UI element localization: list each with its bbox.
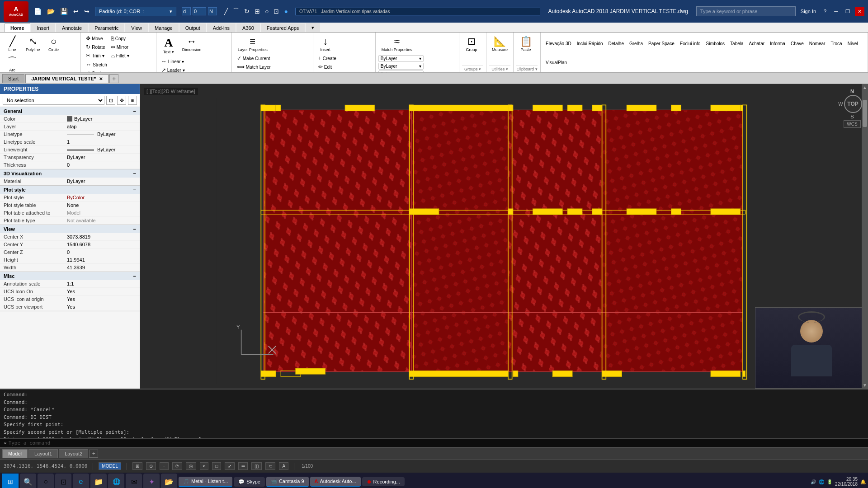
polar-btn[interactable]: ⟳ [172,462,182,470]
taskbar-email[interactable]: ✉ [126,474,142,488]
sign-in-btn[interactable]: Sign In [798,7,819,16]
taskbar-chrome[interactable]: 🌐 [108,474,124,488]
close-btn[interactable]: ✕ [855,7,864,16]
tab-annotate[interactable]: Annotate [56,23,88,32]
layout-tab-layout1[interactable]: Layout1 [28,449,58,458]
bylayer-dropdown-2[interactable]: ByLayer▾ [378,63,424,70]
taskbar-app-recording[interactable]: ⏺ Recording... [362,477,405,486]
nomear-btn[interactable]: Nomear [807,34,828,52]
otrack-btn[interactable]: ≈ [200,462,209,470]
draw-tool-4[interactable]: ⊞ [253,6,262,16]
chave-btn[interactable]: Chave [788,34,806,52]
qa-redo-btn[interactable]: ↪ [82,7,91,16]
simbolos-btn[interactable]: Símbolos [703,34,727,52]
exclui-info-btn[interactable]: Exclui info [678,34,703,52]
drawing-area[interactable]: [-][Top][2D Wireframe] N W TOP E S WCS [140,84,868,389]
block-create-btn[interactable]: + Create [316,54,357,62]
coord-num-input[interactable] [193,7,206,15]
prop-icon-1[interactable]: ⊡ [106,96,115,105]
taskbar-cortana[interactable]: ○ [38,474,54,488]
search-input[interactable] [696,6,796,16]
annot-linear-btn[interactable]: ↔ Linear ▾ [159,57,187,66]
tabela-btn[interactable]: Tabela [728,34,745,52]
qa-open-btn[interactable]: 📂 [45,7,57,16]
bylayer-dropdown-1[interactable]: ByLayer▾ [378,55,424,62]
taskbar-task-view[interactable]: ⊡ [55,474,71,488]
elevacao-3d-btn[interactable]: Elevação 3D [543,34,574,52]
snap-btn[interactable]: ⊙ [146,462,156,470]
ducs-btn[interactable]: □ [212,462,221,470]
new-drawing-tab-btn[interactable]: + [109,74,118,83]
modify-trim-btn[interactable]: ✂ Trim ▾ [84,52,107,60]
profile-dropdown[interactable]: Padrão (d: 0; COR- : ▾ [95,7,176,16]
grelha-btn[interactable]: Grelha [627,34,645,52]
selcycle-btn[interactable]: ⊂ [265,462,275,470]
draw-tool-7[interactable]: ● [282,6,289,16]
prop-icon-3[interactable]: ≡ [128,96,137,105]
taskbar-app-camtasia[interactable]: 📹 Camtasia 9 [266,477,309,487]
prop-icon-2[interactable]: ✥ [117,96,126,105]
taskbar-explorer2[interactable]: 📂 [161,474,177,488]
modify-scale-btn[interactable]: ⤢ Scale [84,69,109,73]
misc-section-header[interactable]: Misc − [0,272,140,280]
grid-btn[interactable]: ⊞ [132,462,142,470]
informa-btn[interactable]: Informa [768,34,788,52]
general-section-header[interactable]: General − [0,107,140,115]
group-btn[interactable]: ⊡ Group [462,34,481,53]
taskbar-search[interactable]: 🔍 [20,474,36,488]
modify-stretch-btn[interactable]: ↔ Stretch [84,61,109,69]
draw-tool-1[interactable]: ╱ [222,6,230,16]
annot-dim-btn[interactable]: ↔ Dimension [179,34,205,53]
layer-make-current-btn[interactable]: ✓ Make Current [235,54,273,62]
modify-fillet-btn[interactable]: ⌓ Fillet ▾ [108,52,132,60]
no-selection-dropdown[interactable]: No selection [3,96,104,105]
tab-view[interactable]: View [125,23,148,32]
measure-btn[interactable]: 📐 Measure [489,34,510,53]
plot-style-section-header[interactable]: Plot style − [0,186,140,194]
drawing-tab-start[interactable]: Start [2,74,24,83]
drawing-tab-main[interactable]: JARDIM VERTICAL TESTE* ✕ [25,74,108,83]
niveis-btn[interactable]: Nível [845,34,860,52]
visualplan-btn[interactable]: VisualPlan [543,53,569,71]
taskbar-vs[interactable]: ✦ [143,474,160,488]
annot-leader-btn[interactable]: ↗ Leader ▾ [159,66,187,73]
inclui-rapido-btn[interactable]: Inclui Rápido [575,34,605,52]
windows-start-btn[interactable]: ⊞ [2,474,19,488]
layout-tab-layout2[interactable]: Layout2 [59,449,88,458]
modify-rotate-btn[interactable]: ↻ Rotate [84,43,107,51]
lineweight-btn[interactable]: ═ [238,462,248,470]
minimize-btn[interactable]: ─ [831,7,840,16]
coord-d-input[interactable] [182,7,191,15]
tab-parametric[interactable]: Parametric [89,23,124,32]
tab-addins[interactable]: Add-ins [207,23,236,32]
coord-dir-input[interactable] [208,7,217,15]
paper-space-btn[interactable]: Paper Space [646,34,677,52]
modify-copy-btn[interactable]: ⎘ Copy [108,34,132,42]
new-layout-tab-btn[interactable]: + [89,450,98,458]
scroll-up-btn[interactable]: ▲ [862,84,868,91]
annot-text-btn[interactable]: A Text ▾ [159,34,178,56]
achatar-btn[interactable]: Achatar [747,34,767,52]
cad-svg-canvas[interactable]: Y [140,98,861,384]
tab-a360[interactable]: A360 [236,23,260,32]
draw-tool-3[interactable]: ↻ [242,6,251,16]
model-space-btn[interactable]: MODEL [99,462,121,470]
tab-insert[interactable]: Insert [31,23,56,32]
qa-save-btn[interactable]: 💾 [58,7,70,16]
draw-tool-6[interactable]: ⊡ [272,6,281,16]
annovis-btn[interactable]: A [279,462,288,470]
taskbar-app-skype[interactable]: 💬 Skype [234,477,265,487]
dynmode-btn[interactable]: ⤢ [225,462,235,470]
scroll-thumb[interactable] [863,100,867,127]
tab-featured[interactable]: Featured Apps [261,23,305,32]
restore-btn[interactable]: ❐ [843,7,853,16]
tab-home[interactable]: Home [5,23,30,32]
osnap-btn[interactable]: ◎ [186,462,196,470]
close-tab-icon[interactable]: ✕ [99,76,103,81]
troca-btn[interactable]: Troca [828,34,844,52]
layout-tab-model[interactable]: Model [2,449,28,458]
scroll-down-btn[interactable]: ▼ [862,382,868,389]
transparency-btn[interactable]: ◫ [251,462,262,470]
draw-arc-btn[interactable]: ⌒ Arc [3,54,22,73]
draw-tool-2[interactable]: ⌒ [231,6,241,16]
